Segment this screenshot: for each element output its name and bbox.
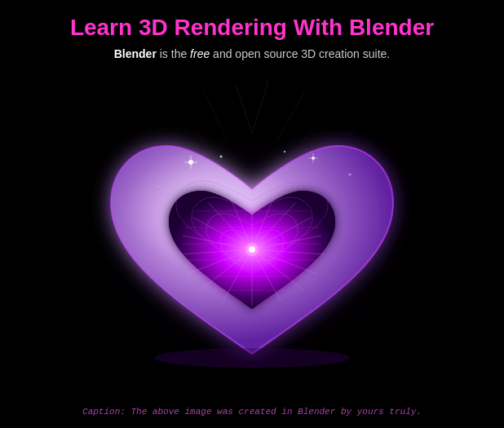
page-wrapper: Learn 3D Rendering With Blender Blender … [0, 0, 504, 428]
ground-shadow [154, 348, 350, 368]
image-caption: Caption: The above image was created in … [0, 407, 504, 417]
subtitle-blender: Blender [114, 47, 157, 60]
sparkle-3 [349, 174, 351, 176]
sparkle-1 [220, 156, 223, 158]
page-title: Learn 3D Rendering With Blender [70, 15, 434, 41]
hero-image-container [64, 68, 440, 370]
sparkle-2 [284, 151, 285, 152]
hero-image [64, 68, 440, 370]
subtitle-free: free [190, 47, 210, 60]
subtitle-text: Blender is the free and open source 3D c… [114, 47, 391, 60]
sparkle-4 [157, 186, 159, 188]
center-bright [249, 246, 255, 253]
subtitle-rest: and open source 3D creation suite. [210, 47, 390, 60]
subtitle-is: is the [157, 47, 190, 60]
